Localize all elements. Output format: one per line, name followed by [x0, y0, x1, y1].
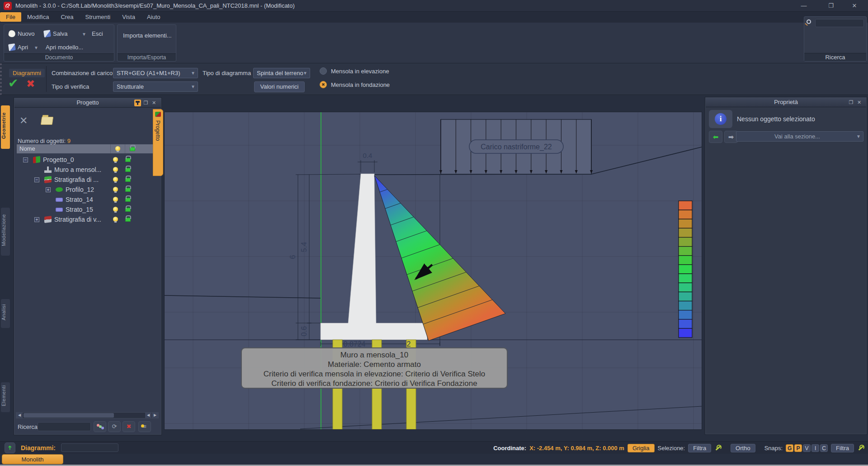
float-window-icon[interactable]: ❐ — [848, 99, 854, 106]
tooltip-line: Criterio di verifica fondazione: Criteri… — [242, 379, 507, 388]
expand-diagrammi-icon[interactable] — [5, 442, 15, 453]
tipo-diagramma-select[interactable]: Spinta del terreno▼ — [253, 68, 310, 78]
visibility-list-button[interactable]: ≡ — [138, 421, 151, 432]
expand-icon[interactable]: + — [46, 187, 51, 192]
snap-c[interactable]: C — [820, 444, 828, 452]
tree-row[interactable]: −Stratigrafia di ... — [17, 175, 153, 185]
snaps-filtra-button[interactable]: Filtra — [831, 444, 854, 452]
combinazione-select[interactable]: STR+GEO (A1+M1+R3)▼ — [113, 68, 198, 78]
close-panel-icon[interactable]: ✕ — [856, 99, 863, 106]
lock-icon[interactable] — [125, 198, 131, 202]
float-window-icon[interactable]: ❐ — [142, 100, 149, 106]
tree-row[interactable]: Muro a mensol... — [17, 165, 153, 175]
salva-button[interactable]: Salva — [44, 30, 68, 37]
filter-colors-button[interactable] — [94, 421, 106, 432]
tab-modellazione[interactable]: Modellazione — [1, 208, 10, 256]
snap-v[interactable]: V — [803, 444, 811, 452]
tab-geometrie[interactable]: Geometrie — [1, 105, 10, 149]
apri-dropdown-icon[interactable]: ▼ — [34, 45, 38, 50]
nav-back-button[interactable]: ⬅ — [709, 131, 722, 143]
clear-filter-button[interactable]: ✖ — [123, 421, 135, 432]
lock-icon[interactable] — [125, 188, 131, 192]
minimize-icon[interactable]: — — [794, 0, 814, 11]
menu-aiuto[interactable]: Aiuto — [141, 12, 166, 22]
scroll-right-icon[interactable]: ▶ — [152, 413, 158, 418]
scroll-left-icon[interactable]: ◀ — [16, 413, 23, 418]
nuovo-button[interactable]: Nuovo — [9, 30, 35, 37]
wrench-icon[interactable] — [857, 444, 864, 452]
drawing-canvas[interactable]: Carico nastriforme_22 — [164, 112, 702, 430]
valori-numerici-button[interactable]: Valori numerici — [254, 81, 305, 92]
info-icon: i — [715, 113, 726, 125]
project-side-tab[interactable]: Progetto — [153, 109, 163, 176]
tree-search-input[interactable] — [38, 422, 91, 431]
collapse-icon[interactable]: − — [34, 177, 39, 182]
importa-elementi-button[interactable]: Importa elementi... — [123, 32, 172, 39]
bulb-icon[interactable] — [113, 207, 118, 212]
bulb-icon[interactable] — [113, 217, 118, 222]
dim-total-height: 6 — [289, 255, 297, 259]
horizontal-scrollbar[interactable]: ◀ ◀ ▶ — [16, 412, 159, 418]
salva-dropdown-icon[interactable]: ▼ — [82, 32, 86, 37]
bulb-icon[interactable] — [113, 157, 118, 162]
lock-icon[interactable] — [125, 218, 131, 222]
lock-icon[interactable] — [125, 208, 131, 212]
tab-analisi[interactable]: Analisi — [1, 299, 10, 328]
tree-row[interactable]: +Profilo_12 — [17, 185, 153, 195]
bulb-icon[interactable] — [113, 197, 118, 202]
goto-section-select[interactable]: Vai alla sezione...▼ — [736, 131, 863, 142]
scroll-left2-icon[interactable]: ◀ — [145, 413, 151, 418]
menu-strumenti[interactable]: Strumenti — [80, 12, 117, 22]
griglia-toggle[interactable]: Griglia — [627, 444, 655, 452]
pin-icon[interactable] — [134, 100, 141, 106]
selezione-filtra-button[interactable]: Filtra — [688, 444, 711, 452]
snap-g[interactable]: G — [786, 444, 793, 452]
tab-elementi[interactable]: Elementi — [1, 382, 10, 412]
lock-icon[interactable] — [125, 168, 131, 172]
tree-item-label: Strato_15 — [66, 206, 93, 213]
apply-check-icon[interactable]: ✔ — [8, 76, 19, 90]
menu-vista[interactable]: Vista — [116, 12, 141, 22]
info-button[interactable]: i — [709, 110, 732, 128]
menu-modifica[interactable]: Modifica — [21, 12, 55, 22]
esci-button[interactable]: Esci — [92, 30, 103, 37]
snap-p[interactable]: P — [794, 444, 802, 452]
bulb-icon[interactable] — [113, 177, 118, 182]
close-icon[interactable]: ✕ — [844, 0, 864, 11]
snap-i[interactable]: I — [811, 444, 819, 452]
tree-row[interactable]: +Stratigrafia di v... — [17, 214, 153, 224]
lock-icon[interactable] — [125, 158, 131, 162]
taskbar-monolith-button[interactable]: Monolith — [2, 454, 63, 464]
dim-footing-right: 2 — [407, 340, 411, 348]
close-panel-icon[interactable]: ✕ — [151, 100, 157, 106]
collapse-icon[interactable]: − — [23, 157, 28, 162]
project-panel-titlebar[interactable]: Progetto ❐ ✕ — [14, 98, 161, 108]
tipo-verifica-select[interactable]: Strutturale▼ — [113, 81, 198, 92]
scrollbar-thumb[interactable] — [24, 413, 114, 418]
folder-icon[interactable] — [41, 117, 54, 125]
bulb-icon[interactable] — [113, 187, 118, 192]
apri-modello-button[interactable]: Apri modello... — [46, 44, 83, 51]
delete-object-icon[interactable]: ✕ — [19, 115, 28, 127]
bulb-icon[interactable] — [113, 167, 118, 172]
tree-row[interactable]: −Progetto_0 — [17, 155, 153, 165]
refresh-button[interactable]: ⟳ — [108, 421, 121, 432]
diagrammi-status-input[interactable] — [61, 443, 118, 452]
ortho-toggle[interactable]: Ortho — [731, 444, 755, 452]
wrench-icon[interactable] — [714, 444, 722, 452]
tree-row[interactable]: Strato_14 — [17, 195, 153, 204]
ribbon-search-input[interactable] — [815, 19, 864, 27]
menu-crea[interactable]: Crea — [55, 12, 79, 22]
cancel-x-icon[interactable]: ✖ — [26, 78, 35, 90]
maximize-icon[interactable]: ❐ — [821, 0, 841, 11]
radio-mensola-fondazione[interactable]: ✖ Mensola in fondazione — [320, 81, 390, 88]
tipo-verifica-label: Tipo di verifica — [52, 83, 89, 90]
lock-icon[interactable] — [125, 178, 131, 182]
tree-row[interactable]: Strato_15 — [17, 204, 153, 214]
expand-icon[interactable]: + — [34, 217, 39, 222]
apri-button[interactable]: Apri — [9, 44, 28, 51]
title-bar: Monolith - 3.0.0 - C:/Soft.Lab/Monolith3… — [0, 0, 868, 12]
properties-panel-titlebar[interactable]: Proprietà ❐ ✕ — [706, 98, 866, 107]
radio-mensola-elevazione[interactable]: Mensola in elevazione — [320, 67, 389, 75]
menu-file[interactable]: File — [0, 12, 21, 22]
